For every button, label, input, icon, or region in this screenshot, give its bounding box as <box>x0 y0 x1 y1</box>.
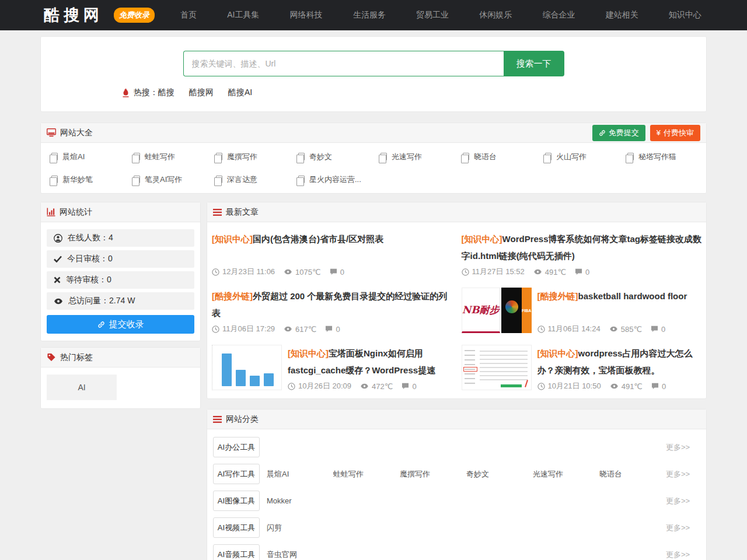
eye-icon <box>284 326 292 332</box>
article-comments: 0 <box>340 268 344 276</box>
site-name: 晓语台 <box>474 152 497 162</box>
article-date: 10月26日 20:09 <box>298 381 351 391</box>
stat-total-visits: 总访问量：2.74 W <box>47 292 194 310</box>
hot-link-kusou[interactable]: 酷搜 <box>158 88 174 98</box>
article-category[interactable]: [知识中心] <box>212 234 253 244</box>
nav-item-life-services[interactable]: 生活服务 <box>353 10 386 20</box>
stat-value: 0 <box>107 275 111 284</box>
fiba-label: FIBA <box>522 288 532 333</box>
article-thumbnail[interactable] <box>212 345 282 390</box>
submit-include-button[interactable]: 提交收录 <box>47 315 194 334</box>
article-item: [知识中心]wordpress占用内容过大怎么办？亲测有效，宝塔面板教程。 10… <box>462 345 702 393</box>
article-category[interactable]: [知识中心] <box>288 348 329 358</box>
article-meta: 11月27日 15:52 491℃ 0 <box>462 267 702 278</box>
search-button[interactable]: 搜索一下 <box>504 51 564 76</box>
fire-icon <box>122 88 130 97</box>
site-link[interactable]: 奇妙文 <box>291 148 374 166</box>
site-link[interactable]: 晨煊AI <box>44 148 127 166</box>
more-link[interactable]: 更多>> <box>666 523 690 533</box>
free-submit-button[interactable]: 免费提交 <box>592 125 645 141</box>
article-title[interactable]: [知识中心]wordpress占用内容过大怎么办？亲测有效，宝塔面板教程。 <box>537 345 702 379</box>
site-link[interactable]: 火山写作 <box>538 148 620 166</box>
article-date: 11月27日 15:52 <box>472 267 525 277</box>
site-categories-title: 网站分类 <box>226 414 259 425</box>
nav-item-enterprise[interactable]: 综合企业 <box>542 10 575 20</box>
stat-pending-review: 等待审核：0 <box>47 271 194 289</box>
copy-icon <box>134 176 140 183</box>
more-link[interactable]: 更多>> <box>666 442 690 453</box>
site-link[interactable]: 笔灵AI写作 <box>127 170 209 188</box>
nav-item-trade-industry[interactable]: 贸易工业 <box>416 10 449 20</box>
category-site-link[interactable]: 魔撰写作 <box>400 469 466 480</box>
nav-item-ai-tools[interactable]: AI工具集 <box>227 10 259 20</box>
search-form: 搜索一下 <box>41 37 706 76</box>
article-title[interactable]: [知识中心]WordPress博客系统如何将文章tag标签链接改成数字id.ht… <box>462 230 702 264</box>
free-include-badge[interactable]: 免费收录 <box>114 8 155 23</box>
article-category[interactable]: [知识中心] <box>537 348 578 358</box>
article-category[interactable]: [知识中心] <box>462 234 502 244</box>
site-link[interactable]: 新华妙笔 <box>44 170 127 188</box>
article-views: 617℃ <box>295 325 316 334</box>
site-link[interactable]: 晓语台 <box>456 148 538 166</box>
site-link[interactable]: 星火内容运营... <box>291 170 374 188</box>
stats-card: 网站统计 在线人数：4 今日审核：0 <box>40 202 201 341</box>
submit-include-label: 提交收录 <box>109 319 144 330</box>
site-link[interactable]: 蛙蛙写作 <box>127 148 209 166</box>
stat-value: 4 <box>109 233 113 242</box>
paid-review-label: 付费快审 <box>664 128 694 138</box>
category-site-link[interactable]: 晨煊AI <box>267 469 333 480</box>
site-logo[interactable]: 酷搜网 <box>44 5 103 26</box>
clock-icon <box>212 268 219 276</box>
category-site-link[interactable]: 蛙蛙写作 <box>333 469 400 480</box>
copy-icon <box>216 176 222 183</box>
nav-item-home[interactable]: 首页 <box>180 10 197 20</box>
hot-link-kusou-ai[interactable]: 酷搜AI <box>228 88 252 98</box>
category-row-ai-audio: AI音频工具 音虫官网 更多>> <box>213 544 700 560</box>
more-link[interactable]: 更多>> <box>666 496 690 506</box>
nb-logo: NB耐步 <box>462 288 500 333</box>
category-label[interactable]: AI图像工具 <box>213 491 260 511</box>
article-category[interactable]: [酷搜外链] <box>212 291 253 301</box>
category-site-link[interactable]: Mokker <box>267 496 333 505</box>
nav-item-site-building[interactable]: 建站相关 <box>606 10 638 20</box>
category-site-link[interactable]: 光速写作 <box>533 469 599 480</box>
article-thumbnail[interactable] <box>462 345 532 390</box>
article-category[interactable]: [酷搜外链] <box>537 291 578 301</box>
category-site-link[interactable]: 奇妙文 <box>466 469 533 480</box>
site-name: 蛙蛙写作 <box>145 152 175 162</box>
article-title[interactable]: [酷搜外链]basketball hardwood floor <box>537 288 702 304</box>
category-label[interactable]: AI音频工具 <box>213 544 260 560</box>
category-site-link[interactable]: 晓语台 <box>599 469 666 480</box>
hot-search: 热搜： 酷搜 酷搜网 酷搜AI <box>122 88 706 98</box>
article-title[interactable]: [酷搜外链]外贸超过 200 个最新免费目录提交的经过验证的列表 <box>212 288 452 321</box>
more-link[interactable]: 更多>> <box>666 550 690 560</box>
nav-item-knowledge[interactable]: 知识中心 <box>669 10 701 20</box>
copy-icon <box>134 153 140 160</box>
link-icon <box>97 321 105 328</box>
site-link[interactable]: 深言达意 <box>209 170 291 188</box>
category-label[interactable]: AI视频工具 <box>213 517 260 538</box>
nav-item-leisure[interactable]: 休闲娱乐 <box>479 10 512 20</box>
article-title[interactable]: [知识中心]宝塔面板Nginx如何启用 fastcgi_cache缓存？Word… <box>288 345 452 379</box>
site-directory-actions: 免费提交 ¥ 付费快审 <box>592 125 700 141</box>
site-link[interactable]: 秘塔写作猫 <box>620 148 703 166</box>
sidebar: 网站统计 在线人数：4 今日审核：0 <box>40 202 201 409</box>
article-title[interactable]: [知识中心]国内(包含港澳台)省市县/区对照表 <box>212 230 452 247</box>
tag-ai[interactable]: AI <box>47 374 117 400</box>
nav-item-network-tech[interactable]: 网络科技 <box>290 10 323 20</box>
article-date: 11月06日 17:29 <box>222 324 275 334</box>
article-item: NB耐步 FIBA [酷搜外链]basketball hardwood floo… <box>462 288 702 335</box>
category-site-link[interactable]: 闪剪 <box>267 523 333 533</box>
site-link[interactable]: 魔撰写作 <box>209 148 291 166</box>
category-label[interactable]: AI写作工具 <box>213 464 260 484</box>
paid-review-button[interactable]: ¥ 付费快审 <box>650 125 700 141</box>
search-input[interactable] <box>183 51 504 76</box>
category-site-link[interactable]: 音虫官网 <box>267 550 333 560</box>
more-link[interactable]: 更多>> <box>666 469 690 480</box>
article-thumbnail[interactable]: NB耐步 FIBA <box>462 288 532 333</box>
category-label[interactable]: AI办公工具 <box>213 437 260 457</box>
site-link[interactable]: 光速写作 <box>374 148 456 166</box>
fiba-image: FIBA <box>501 288 532 333</box>
site-name: 新华妙笔 <box>62 174 93 185</box>
hot-link-kusouwang[interactable]: 酷搜网 <box>189 88 214 98</box>
